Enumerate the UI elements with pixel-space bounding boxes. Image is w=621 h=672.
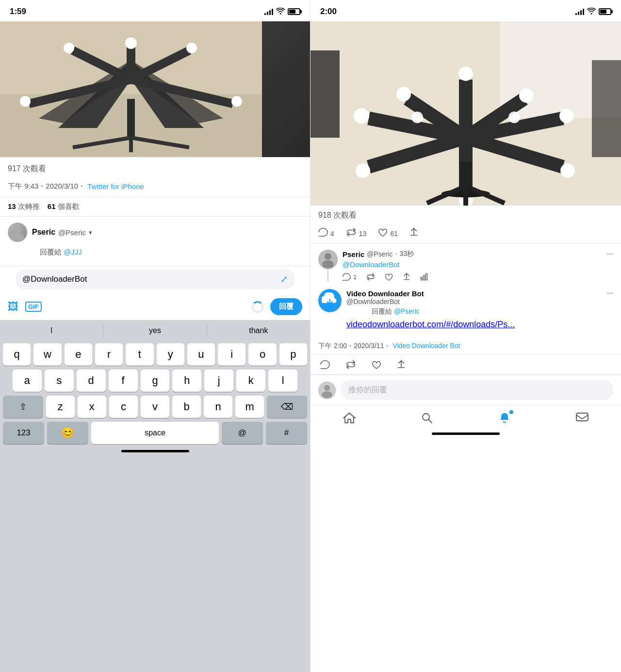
vdb-more-icon[interactable]: ··· (607, 289, 613, 298)
reply-input-area[interactable]: @DownloaderBot ⤢ (16, 269, 294, 289)
reply-button[interactable]: 回覆 (270, 298, 302, 315)
retweets-stat: 13 次轉推 (8, 202, 40, 211)
twitter-client-link-left[interactable]: Twitter for iPhone (87, 182, 144, 191)
nav-home[interactable] (338, 410, 361, 426)
key-f[interactable]: f (109, 369, 138, 392)
reply-count-2: 1 (353, 273, 357, 281)
like-count: 61 (390, 230, 398, 238)
key-v[interactable]: v (141, 396, 169, 418)
expand-icon[interactable]: ⤢ (280, 274, 288, 285)
like-action-2[interactable] (385, 273, 393, 281)
nav-messages[interactable] (571, 410, 594, 426)
svg-point-55 (324, 385, 330, 391)
share-action-2[interactable] (403, 272, 410, 281)
key-o[interactable]: o (248, 343, 276, 366)
like-action[interactable]: 61 (378, 228, 398, 239)
vdb-reply-to-link[interactable]: @Pseric (394, 307, 420, 315)
key-a[interactable]: a (13, 369, 42, 392)
tweet-time-right: 33秒 (400, 250, 414, 258)
share-action[interactable] (409, 227, 418, 240)
reply-to-user-link[interactable]: @JJJ (64, 248, 82, 256)
reply-action-2[interactable]: 1 (343, 273, 357, 281)
key-p[interactable]: p (279, 343, 307, 366)
key-z[interactable]: z (46, 396, 75, 418)
vdb-link[interactable]: videodownloaderbot.com/#/downloads/Ps... (346, 318, 613, 331)
status-bar-left: 1:59 (0, 0, 310, 21)
right-panel: 2:00 (310, 0, 621, 672)
key-l[interactable]: l (268, 369, 297, 392)
compose-toolbar: 🖼 GIF 回覆 (0, 293, 310, 320)
key-c[interactable]: c (109, 396, 138, 418)
like-action-3[interactable] (372, 360, 381, 369)
key-k[interactable]: k (236, 369, 265, 392)
key-d[interactable]: d (77, 369, 106, 392)
loading-indicator (252, 301, 263, 313)
home-icon (343, 412, 356, 424)
svg-point-56 (322, 391, 332, 398)
key-u[interactable]: u (187, 343, 215, 366)
svg-rect-47 (592, 60, 621, 157)
key-shift[interactable]: ⇧ (3, 396, 43, 418)
key-w[interactable]: w (33, 343, 61, 366)
retweet-icon (346, 228, 357, 239)
bot-tweet-actions (310, 355, 621, 375)
tweet-more-icon[interactable]: ··· (607, 250, 613, 258)
gif-button[interactable]: GIF (25, 302, 42, 312)
key-i[interactable]: i (218, 343, 245, 366)
bot-client-link[interactable]: Video Downloader Bot (392, 342, 460, 351)
key-emoji[interactable]: 😊 (47, 422, 88, 444)
key-123[interactable]: 123 (3, 422, 44, 444)
svg-rect-53 (426, 273, 427, 280)
key-n[interactable]: n (204, 396, 232, 418)
key-y[interactable]: y (157, 343, 184, 366)
key-g[interactable]: g (141, 369, 170, 392)
key-backspace[interactable]: ⌫ (267, 396, 307, 418)
stats-row-left: 13 次轉推 61 個喜歡 (0, 197, 310, 217)
key-m[interactable]: m (235, 396, 264, 418)
tweet-image-right (310, 21, 621, 206)
key-hash[interactable]: # (266, 422, 307, 444)
key-h[interactable]: h (172, 369, 201, 392)
retweet-action-2[interactable] (366, 273, 375, 281)
vdb-avatar-col (318, 289, 342, 335)
reply-section: Pseric @Pseric ▾ 回覆給 @JJJ (0, 217, 310, 266)
vdb-reply-to: 回覆給 @Pseric (372, 307, 613, 316)
keyboard[interactable]: l yes thank q w e r t y u i o p a s d f … (0, 320, 310, 672)
image-attach-icon[interactable]: 🖼 (8, 301, 18, 313)
autocomplete-yes[interactable]: yes (103, 324, 207, 337)
left-panel: 1:59 (0, 0, 310, 672)
key-at[interactable]: @ (222, 422, 263, 444)
reply-action-3[interactable] (320, 360, 330, 369)
reply-action[interactable]: 4 (318, 228, 334, 239)
status-time-left: 1:59 (10, 7, 26, 16)
svg-point-33 (396, 87, 411, 101)
pseric-name-row: Pseric @Pseric · 33秒 ··· (343, 250, 613, 258)
key-r[interactable]: r (95, 343, 123, 366)
key-space[interactable]: space (91, 422, 218, 444)
key-e[interactable]: e (65, 343, 92, 366)
share-action-3[interactable] (397, 360, 406, 369)
chart-action-2[interactable] (420, 272, 428, 281)
dropdown-chevron-icon[interactable]: ▾ (89, 229, 92, 236)
pseric-mention[interactable]: @DownloaderBot (343, 260, 613, 269)
nav-search[interactable] (415, 410, 439, 426)
autocomplete-l[interactable]: l (0, 324, 103, 337)
retweet-action[interactable]: 13 (346, 228, 367, 239)
key-j[interactable]: j (204, 369, 233, 392)
key-t[interactable]: t (126, 343, 153, 366)
key-s[interactable]: s (45, 369, 74, 392)
autocomplete-thank[interactable]: thank (207, 324, 310, 337)
nav-notifications[interactable] (493, 410, 516, 426)
svg-point-41 (508, 112, 520, 123)
vdb-handle: @DownloaderBot (346, 298, 613, 305)
notification-dot (509, 410, 513, 414)
reply-placeholder[interactable]: 推你的回覆 (341, 380, 613, 400)
key-b[interactable]: b (172, 396, 201, 418)
pseric-handle-right: @Pseric (367, 250, 392, 258)
key-q[interactable]: q (3, 343, 31, 366)
home-bar-right (310, 430, 621, 440)
key-x[interactable]: x (78, 396, 106, 418)
download-link[interactable]: videodownloaderbot.com/#/downloads/Ps... (346, 320, 515, 329)
bottom-nav (310, 405, 621, 430)
retweet-action-3[interactable] (345, 360, 356, 369)
